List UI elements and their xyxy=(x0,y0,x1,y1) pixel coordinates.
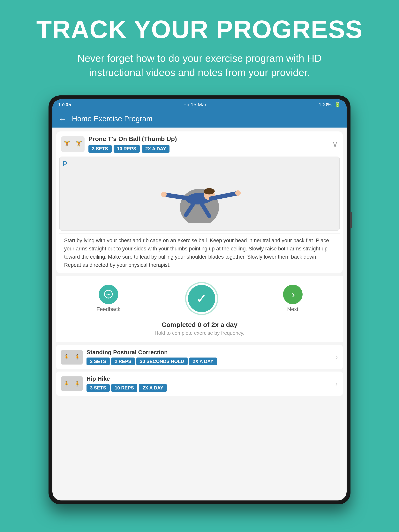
completion-subtitle: Hold to complete exercise by frequency. xyxy=(56,330,343,336)
thumb-right: 🏋️ xyxy=(73,136,84,152)
hero-title: TRACK YOUR PROGRESS xyxy=(19,16,380,44)
exercise-list-item[interactable]: 🧍 🧍 Standing Postural Correction 2 SETS … xyxy=(56,345,343,369)
badge-reps2: 2 REPS xyxy=(111,358,135,365)
exercise-video[interactable]: P xyxy=(59,157,340,231)
battery-icon: 🔋 xyxy=(335,102,341,108)
collapse-icon[interactable]: ∨ xyxy=(332,140,338,149)
exercise-illustration xyxy=(116,164,283,223)
exercise2-name: Standing Postural Correction xyxy=(86,349,331,355)
content-area: 🏋️ 🏋️ Prone T's On Ball (Thumb Up) 3 SET… xyxy=(52,127,347,402)
badge-freq2: 2X A DAY xyxy=(189,358,217,365)
thumb-left: 🏋️ xyxy=(61,136,73,152)
battery-indicator: 100% xyxy=(319,102,332,108)
exercise-name: Prone T's On Ball (Thumb Up) xyxy=(89,135,328,143)
feedback-label: Feedback xyxy=(97,306,120,312)
chat-icon xyxy=(103,289,114,300)
exercise-header: 🏋️ 🏋️ Prone T's On Ball (Thumb Up) 3 SET… xyxy=(56,132,343,157)
badge-row: 3 SETS 10 REPS 2X A DAY xyxy=(89,145,328,153)
complete-button-inner: ✓ xyxy=(188,285,215,312)
svg-point-7 xyxy=(235,190,241,196)
svg-point-13 xyxy=(109,294,110,295)
complete-item: ✓ xyxy=(185,282,218,315)
completion-title: Completed 0 of 2x a day xyxy=(56,321,343,329)
exercise2-badges: 2 SETS 2 REPS 30 SECONDS HOLD 2X A DAY xyxy=(86,358,331,365)
status-date: Fri 15 Mar xyxy=(183,102,206,108)
chevron-right-icon: › xyxy=(335,353,338,361)
tablet-outer: 17:05 Fri 15 Mar 100% 🔋 ← Home Exercise … xyxy=(49,95,350,504)
thumb2-left: 🧍 xyxy=(61,350,72,365)
completion-info: Completed 0 of 2x a day Hold to complete… xyxy=(56,320,343,338)
badge-hold2: 30 SECONDS HOLD xyxy=(136,358,188,365)
thumb2-right: 🧍 xyxy=(72,350,83,365)
svg-point-3 xyxy=(204,188,215,194)
thumb3-left: 🧍 xyxy=(61,376,72,391)
complete-button-outer[interactable]: ✓ xyxy=(185,282,218,315)
next-arrow-icon: › xyxy=(292,289,295,300)
checkmark-icon: ✓ xyxy=(196,292,207,305)
tablet-power-button xyxy=(350,212,352,228)
action-bar: Feedback ✓ xyxy=(56,276,343,342)
exercise-figure xyxy=(60,157,339,230)
main-exercise-card: 🏋️ 🏋️ Prone T's On Ball (Thumb Up) 3 SET… xyxy=(56,132,343,273)
hero-subtitle: Never forget how to do your exercise pro… xyxy=(63,51,336,80)
exercise2-thumbnail: 🧍 🧍 xyxy=(61,350,83,365)
next-button[interactable]: › xyxy=(283,285,302,304)
svg-point-6 xyxy=(161,192,167,197)
exercise2-info: Standing Postural Correction 2 SETS 2 RE… xyxy=(86,349,331,365)
next-label: Next xyxy=(287,306,298,312)
tablet-screen: 17:05 Fri 15 Mar 100% 🔋 ← Home Exercise … xyxy=(52,99,347,500)
tablet-wrapper: 17:05 Fri 15 Mar 100% 🔋 ← Home Exercise … xyxy=(49,95,350,504)
chevron-right-icon2: › xyxy=(335,380,338,388)
exercise3-badges: 3 SETS 10 REPS 2X A DAY xyxy=(86,384,331,392)
status-time: 17:05 xyxy=(58,102,71,108)
exercise3-thumbnail: 🧍 🧍 xyxy=(61,376,83,391)
frequency-badge: 2X A DAY xyxy=(142,145,169,153)
page-title: Home Exercise Program xyxy=(72,115,153,123)
exercise-list-item[interactable]: 🧍 🧍 Hip Hike 3 SETS 10 REPS 2X A DAY › xyxy=(56,372,343,396)
svg-point-11 xyxy=(107,294,108,295)
exercise-description: Start by lying with your chest and rib c… xyxy=(59,234,340,273)
status-right: 100% 🔋 xyxy=(319,102,341,108)
exercise-info: Prone T's On Ball (Thumb Up) 3 SETS 10 R… xyxy=(89,135,328,153)
badge-sets3: 3 SETS xyxy=(86,384,110,392)
reps-badge: 10 REPS xyxy=(114,145,140,153)
next-item: › Next xyxy=(283,285,302,312)
exercise3-info: Hip Hike 3 SETS 10 REPS 2X A DAY xyxy=(86,375,331,392)
back-button[interactable]: ← xyxy=(58,114,67,123)
thumb3-right: 🧍 xyxy=(72,376,83,391)
exercise3-name: Hip Hike xyxy=(86,375,331,382)
svg-point-12 xyxy=(108,294,109,295)
badge-freq3: 2X A DAY xyxy=(139,384,167,392)
svg-line-5 xyxy=(211,193,238,198)
badge-sets2: 2 SETS xyxy=(86,358,110,365)
hero-section: TRACK YOUR PROGRESS Never forget how to … xyxy=(0,0,399,88)
status-bar: 17:05 Fri 15 Mar 100% 🔋 xyxy=(52,99,347,110)
badge-reps3: 10 REPS xyxy=(111,384,138,392)
exercise-thumbnail: 🏋️ 🏋️ xyxy=(61,136,84,152)
action-row: Feedback ✓ xyxy=(56,282,343,315)
feedback-button[interactable] xyxy=(99,285,118,304)
app-header: ← Home Exercise Program xyxy=(52,110,347,127)
sets-badge: 3 SETS xyxy=(89,145,112,153)
feedback-item: Feedback xyxy=(97,285,120,312)
